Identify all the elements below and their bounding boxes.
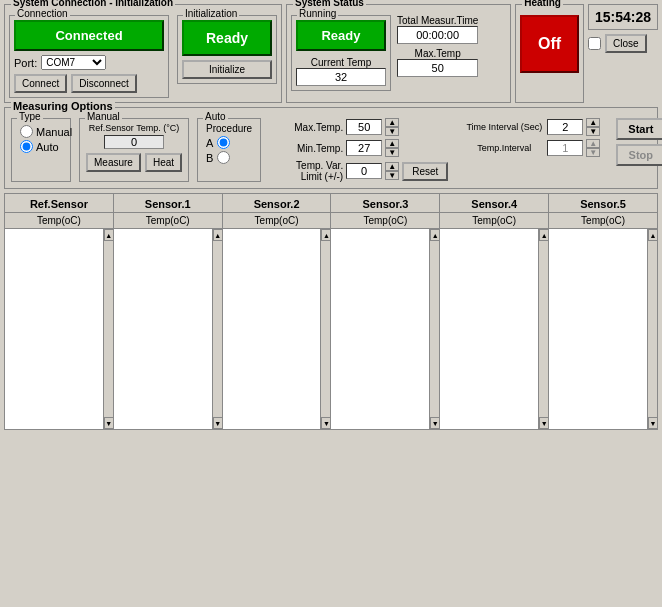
max-temp-value: 50 <box>397 59 478 77</box>
max-temp-input[interactable] <box>346 119 382 135</box>
port-select[interactable]: COM7 <box>41 55 106 70</box>
max-temp-param-label: Max.Temp. <box>273 122 343 133</box>
manual-radio[interactable] <box>20 125 33 138</box>
auto-group-label: Auto <box>203 111 228 122</box>
max-temp-label: Max.Temp <box>397 48 478 59</box>
ref-sensor-input[interactable]: 0 <box>104 135 164 149</box>
proc-a-radio[interactable] <box>217 136 230 149</box>
sensor-body-0: ▲ ▼ <box>5 229 113 429</box>
time-interval-label: Time Interval (Sec) <box>464 122 544 132</box>
time-interval-down[interactable]: ▼ <box>586 127 600 136</box>
procedure-label: Procedure <box>206 123 252 134</box>
sensor-body-2: ▲ ▼ <box>223 229 331 429</box>
min-temp-param-label: Min.Temp. <box>273 143 343 154</box>
sensor-scrollbar-3[interactable]: ▲ ▼ <box>429 229 439 429</box>
heat-button[interactable]: Heat <box>145 153 182 172</box>
sensor-subheader-1: Temp(oC) <box>114 213 222 229</box>
temp-interval-label: Temp.Interval <box>464 143 544 153</box>
sensor-header-3: Sensor.3 <box>331 194 439 213</box>
time-interval-up[interactable]: ▲ <box>586 118 600 127</box>
sensor-header-5: Sensor.5 <box>549 194 657 213</box>
sensor-header-0: Ref.Sensor <box>5 194 113 213</box>
start-button[interactable]: Start <box>616 118 662 140</box>
scroll-up-4[interactable]: ▲ <box>539 229 549 241</box>
scroll-down-4[interactable]: ▼ <box>539 417 549 429</box>
connection-label: Connection <box>15 8 70 19</box>
heating-off-button[interactable]: Off <box>520 15 579 73</box>
temp-interval-down[interactable]: ▼ <box>586 148 600 157</box>
sensor-scrollbar-0[interactable]: ▲ ▼ <box>103 229 113 429</box>
total-meas-time-value: 00:00:00 <box>397 26 478 44</box>
scroll-down-3[interactable]: ▼ <box>430 417 440 429</box>
sensor-scrollbar-5[interactable]: ▲ ▼ <box>647 229 657 429</box>
scroll-down-1[interactable]: ▼ <box>213 417 223 429</box>
max-temp-up[interactable]: ▲ <box>385 118 399 127</box>
measure-button[interactable]: Measure <box>86 153 141 172</box>
close-button[interactable]: Close <box>605 34 647 53</box>
connected-button[interactable]: Connected <box>14 20 164 51</box>
scroll-down-5[interactable]: ▼ <box>648 417 658 429</box>
disconnect-button[interactable]: Disconnect <box>71 74 136 93</box>
sensor-subheader-4: Temp(oC) <box>440 213 548 229</box>
sensor-header-2: Sensor.2 <box>223 194 331 213</box>
min-temp-down[interactable]: ▼ <box>385 148 399 157</box>
sensor-header-4: Sensor.4 <box>440 194 548 213</box>
auto-radio[interactable] <box>20 140 33 153</box>
initialization-label: Initialization <box>183 8 239 19</box>
sensor-subheader-2: Temp(oC) <box>223 213 331 229</box>
temp-interval-input[interactable] <box>547 140 583 156</box>
sensor-col-4: Sensor.4 Temp(oC) ▲ ▼ <box>440 194 549 429</box>
scroll-up-5[interactable]: ▲ <box>648 229 658 241</box>
temp-var-up[interactable]: ▲ <box>385 162 399 171</box>
sensor-scrollbar-4[interactable]: ▲ ▼ <box>538 229 548 429</box>
sensor-body-3: ▲ ▼ <box>331 229 439 429</box>
current-temp-label: Current Temp <box>296 57 386 68</box>
system-connection-title: System Connection - Initialization <box>11 0 175 8</box>
stop-button[interactable]: Stop <box>616 144 662 166</box>
sensor-col-3: Sensor.3 Temp(oC) ▲ ▼ <box>331 194 440 429</box>
initialize-button[interactable]: Initialize <box>182 60 272 79</box>
reset-button[interactable]: Reset <box>402 162 448 181</box>
sensor-col-1: Sensor.1 Temp(oC) ▲ ▼ <box>114 194 223 429</box>
ref-sensor-label: Ref.Sensor Temp. (°C) <box>86 123 182 133</box>
system-status-title: System Status <box>293 0 366 8</box>
temp-var-param-label: Temp. Var. Limit (+/-) <box>273 160 343 182</box>
close-checkbox[interactable] <box>588 37 601 50</box>
sensor-scrollbar-1[interactable]: ▲ ▼ <box>212 229 222 429</box>
time-interval-input[interactable] <box>547 119 583 135</box>
running-ready-button[interactable]: Ready <box>296 20 386 51</box>
scroll-down-2[interactable]: ▼ <box>321 417 331 429</box>
sensor-col-5: Sensor.5 Temp(oC) ▲ ▼ <box>549 194 657 429</box>
sensor-subheader-5: Temp(oC) <box>549 213 657 229</box>
sensor-body-4: ▲ ▼ <box>440 229 548 429</box>
sensor-scrollbar-2[interactable]: ▲ ▼ <box>320 229 330 429</box>
manual-radio-label: Manual <box>36 126 72 138</box>
proc-b-radio[interactable] <box>217 151 230 164</box>
scroll-up-0[interactable]: ▲ <box>104 229 114 241</box>
max-temp-down[interactable]: ▼ <box>385 127 399 136</box>
scroll-down-0[interactable]: ▼ <box>104 417 114 429</box>
sensor-col-0: Ref.Sensor Temp(oC) ▲ ▼ <box>5 194 114 429</box>
total-meas-time-label: Total Measur.Time <box>397 15 478 26</box>
temp-interval-up[interactable]: ▲ <box>586 139 600 148</box>
sensor-subheader-0: Temp(oC) <box>5 213 113 229</box>
current-temp-value: 32 <box>296 68 386 86</box>
temp-var-down[interactable]: ▼ <box>385 171 399 180</box>
type-label: Type <box>17 111 43 122</box>
min-temp-input[interactable] <box>346 140 382 156</box>
scroll-up-2[interactable]: ▲ <box>321 229 331 241</box>
temp-var-input[interactable] <box>346 163 382 179</box>
clock-display: 15:54:28 <box>588 4 658 30</box>
port-label: Port: <box>14 57 37 69</box>
sensor-body-5: ▲ ▼ <box>549 229 657 429</box>
heating-title: Heating <box>522 0 563 8</box>
sensor-col-2: Sensor.2 Temp(oC) ▲ ▼ <box>223 194 332 429</box>
proc-a-label: A <box>206 137 213 149</box>
scroll-up-3[interactable]: ▲ <box>430 229 440 241</box>
connect-button[interactable]: Connect <box>14 74 67 93</box>
min-temp-up[interactable]: ▲ <box>385 139 399 148</box>
ready-button[interactable]: Ready <box>182 20 272 56</box>
sensor-subheader-3: Temp(oC) <box>331 213 439 229</box>
proc-b-label: B <box>206 152 213 164</box>
scroll-up-1[interactable]: ▲ <box>213 229 223 241</box>
